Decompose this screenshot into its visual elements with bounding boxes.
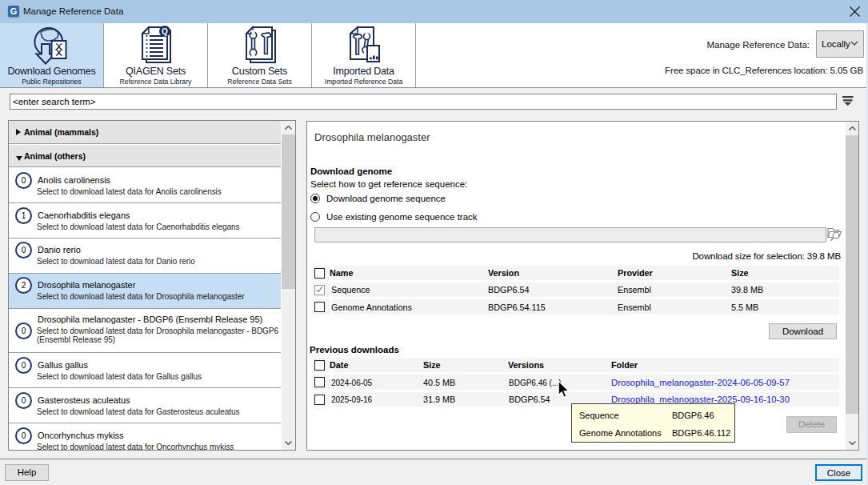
- svg-text:Q: Q: [162, 27, 168, 36]
